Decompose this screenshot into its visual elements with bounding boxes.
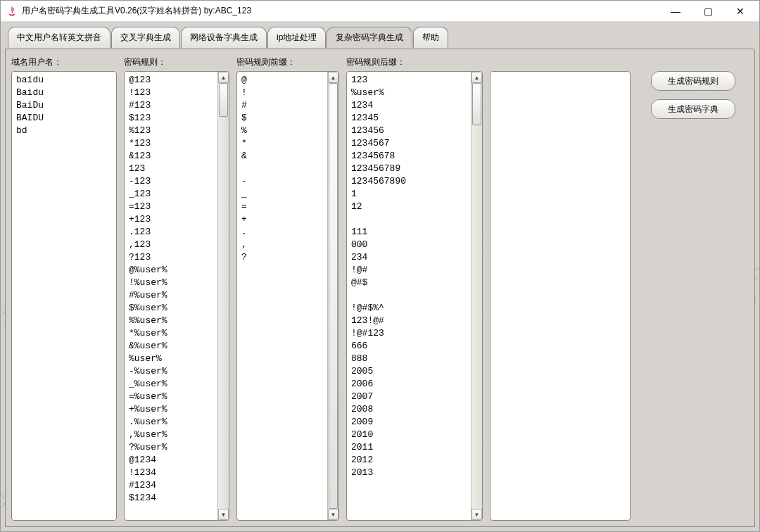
label-prefixes: 密码规则前缀： [236,56,339,68]
scrollbar[interactable]: ▲ ▼ [327,72,338,520]
maximize-button[interactable]: ▢ [692,1,724,22]
scroll-up-icon[interactable]: ▲ [328,72,338,83]
java-icon [6,6,18,17]
labels-row: 域名用户名： 密码规则： 密码规则前缀： 密码规则后缀： [11,56,749,68]
titlebar: 用户名密码字典生成工具V0.26(汉字姓名转拼音) by:ABC_123 ― ▢… [1,1,759,22]
tab-complex-password[interactable]: 复杂密码字典生成 [327,27,412,48]
generate-dict-button[interactable]: 生成密码字典 [651,99,735,119]
tab-cross-dict[interactable]: 交叉字典生成 [111,27,180,48]
scroll-down-icon[interactable]: ▼ [328,509,338,520]
content-area: 中文用户名转英文拼音 交叉字典生成 网络设备字典生成 ip地址处理 复杂密码字典… [1,22,759,531]
label-domain-users: 域名用户名： [11,56,117,68]
app-window: 用户名密码字典生成工具V0.26(汉字姓名转拼音) by:ABC_123 ― ▢… [0,0,760,532]
button-column: 生成密码规则 生成密码字典 [638,71,749,521]
window-controls: ― ▢ ✕ [659,1,756,22]
output-list[interactable] [490,71,631,521]
scroll-up-icon[interactable]: ▲ [471,72,482,83]
scroll-thumb[interactable] [329,83,338,509]
scrollbar[interactable]: ▲ ▼ [217,72,229,520]
tab-pinyin[interactable]: 中文用户名转英文拼音 [8,27,110,48]
scroll-thumb[interactable] [219,83,228,117]
tab-bar: 中文用户名转英文拼音 交叉字典生成 网络设备字典生成 ip地址处理 复杂密码字典… [5,26,755,47]
tab-ip-handle[interactable]: ip地址处理 [267,27,326,48]
scrollbar[interactable]: ▲ ▼ [471,72,482,520]
tab-panel: 域名用户名： 密码规则： 密码规则前缀： 密码规则后缀： baidu Baidu… [5,49,755,527]
label-suffixes: 密码规则后缀： [346,56,483,68]
window-title: 用户名密码字典生成工具V0.26(汉字姓名转拼音) by:ABC_123 [22,5,659,17]
password-rules-list[interactable]: @123 !123 #123 $123 %123 *123 &123 123 -… [124,71,229,521]
scroll-down-icon[interactable]: ▼ [218,509,229,520]
scroll-down-icon[interactable]: ▼ [471,509,482,520]
minimize-button[interactable]: ― [659,1,692,22]
label-password-rules: 密码规则： [124,56,229,68]
prefixes-list[interactable]: @ ! # $ % * & - _ = + . , ? ▲ ▼ [236,71,339,521]
suffixes-list[interactable]: 123 %user% 1234 12345 123456 1234567 123… [346,71,483,521]
generate-rules-button[interactable]: 生成密码规则 [651,71,735,91]
scroll-up-icon[interactable]: ▲ [218,72,229,83]
scroll-thumb[interactable] [472,83,481,125]
columns-row: baidu Baidu BaiDu BAIDU bd @123 !123 #12… [11,71,749,521]
tab-help[interactable]: 帮助 [413,27,448,48]
tab-network-device[interactable]: 网络设备字典生成 [181,27,267,48]
domain-users-list[interactable]: baidu Baidu BaiDu BAIDU bd [11,71,117,521]
close-button[interactable]: ✕ [724,1,756,22]
